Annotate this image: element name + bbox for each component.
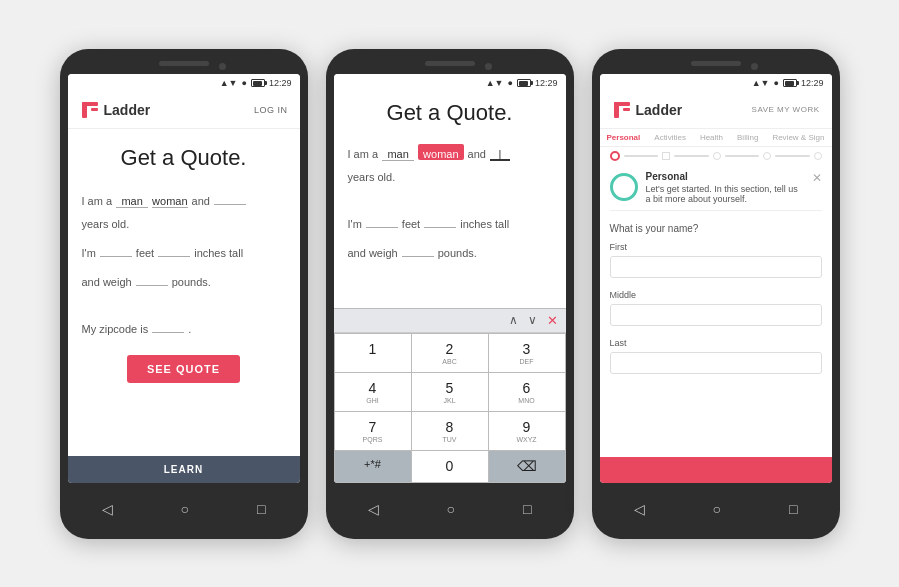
age-field-2[interactable]: | — [490, 145, 510, 161]
progress-dot-active — [610, 151, 620, 161]
feet-field[interactable] — [100, 241, 132, 257]
inches-field[interactable] — [158, 241, 190, 257]
weight-field-2[interactable] — [402, 241, 434, 257]
battery-icon-2 — [517, 79, 531, 87]
personal-section: Personal Let's get started. In this sect… — [610, 171, 822, 211]
phone2-screen: ▲▼ ● 12:29 Get a Quote. I am a man woman… — [334, 74, 566, 483]
tab-review[interactable]: Review & Sign — [772, 133, 824, 142]
tabs-bar: Personal Activities Health Billing Revie… — [600, 129, 832, 147]
home-button-2[interactable]: ○ — [447, 501, 455, 517]
woman-option[interactable]: woman — [152, 192, 187, 208]
key-8[interactable]: 8TUV — [412, 412, 488, 450]
key-7[interactable]: 7PQRS — [335, 412, 411, 450]
save-work-link[interactable]: SAVE MY WORK — [752, 105, 820, 114]
form-line-3: and weigh pounds. — [82, 270, 286, 293]
back-button[interactable]: ◁ — [102, 501, 113, 517]
chevron-up-icon[interactable]: ∧ — [509, 313, 518, 327]
last-name-input[interactable] — [610, 352, 822, 374]
chevron-down-icon[interactable]: ∨ — [528, 313, 537, 327]
wifi-icon: ● — [242, 78, 247, 88]
form-line-p2-2: I'm feet inches tall — [348, 212, 552, 235]
middle-name-input[interactable] — [610, 304, 822, 326]
see-quote-button[interactable]: SEE QUOTE — [127, 355, 240, 383]
personal-text: Personal Let's get started. In this sect… — [646, 171, 804, 204]
signal-icon-2: ▲▼ — [486, 78, 504, 88]
middle-name-group: Middle — [600, 284, 832, 332]
recents-button-2[interactable]: □ — [523, 501, 531, 517]
zipcode-field[interactable] — [152, 317, 184, 333]
key-4[interactable]: 4GHI — [335, 373, 411, 411]
feet-field-2[interactable] — [366, 212, 398, 228]
inches-field-2[interactable] — [424, 212, 456, 228]
last-name-group: Last — [600, 332, 832, 380]
key-9[interactable]: 9WXYZ — [489, 412, 565, 450]
home-button-3[interactable]: ○ — [713, 501, 721, 517]
woman-option-2[interactable]: woman — [418, 144, 463, 160]
keyboard-toolbar: ∧ ∨ ✕ — [334, 309, 566, 333]
man-option-2[interactable]: man — [382, 145, 414, 161]
status-bar: ▲▼ ● 12:29 — [68, 74, 300, 92]
svg-rect-1 — [82, 102, 98, 106]
first-name-group: First — [600, 236, 832, 284]
form-section-title: What is your name? — [600, 217, 832, 236]
weight-field[interactable] — [136, 270, 168, 286]
form-line-p2-3: and weigh pounds. — [348, 241, 552, 264]
section-close-icon[interactable]: ✕ — [812, 171, 822, 185]
progress-dot-inactive-4 — [814, 152, 822, 160]
progress-line-4 — [775, 155, 810, 157]
progress-line-2 — [674, 155, 709, 157]
keyboard-close-icon[interactable]: ✕ — [547, 313, 558, 328]
phone1-screen: ▲▼ ● 12:29 Ladder LOG IN Get — [68, 74, 300, 483]
battery-icon — [251, 79, 265, 87]
svg-rect-5 — [623, 108, 630, 111]
tab-health[interactable]: Health — [700, 133, 723, 142]
key-5[interactable]: 5JKL — [412, 373, 488, 411]
phone3-nav: ◁ ○ □ — [600, 491, 832, 527]
phone3: ▲▼ ● 12:29 Ladder SAVE MY WORK — [592, 49, 840, 539]
ladder-logo-icon — [80, 100, 100, 120]
logo-3: Ladder — [612, 100, 683, 120]
man-option[interactable]: man — [116, 192, 148, 208]
key-3[interactable]: 3DEF — [489, 334, 565, 372]
first-name-input[interactable] — [610, 256, 822, 278]
logo: Ladder — [80, 100, 151, 120]
signal-icon-3: ▲▼ — [752, 78, 770, 88]
login-link[interactable]: LOG IN — [254, 105, 288, 115]
app-header-3: Ladder SAVE MY WORK — [600, 92, 832, 129]
wifi-icon-2: ● — [508, 78, 513, 88]
key-0[interactable]: 0 — [412, 451, 488, 482]
wifi-icon-3: ● — [774, 78, 779, 88]
phone-speaker — [159, 61, 209, 66]
phone-camera-2 — [485, 63, 492, 70]
learn-bar[interactable]: LEARN — [68, 456, 300, 483]
phone-camera — [219, 63, 226, 70]
phone1: ▲▼ ● 12:29 Ladder LOG IN Get — [60, 49, 308, 539]
recents-button[interactable]: □ — [257, 501, 265, 517]
middle-name-label: Middle — [610, 290, 822, 300]
key-symbols[interactable]: +*# — [335, 451, 411, 482]
keyboard-section: ∧ ∨ ✕ 1 2ABC 3DEF 4GHI 5JKL 6MNO 7PQRS 8… — [334, 308, 566, 483]
time-display: 12:29 — [269, 78, 292, 88]
progress-bar — [600, 147, 832, 165]
recents-button-3[interactable]: □ — [789, 501, 797, 517]
signal-icon: ▲▼ — [220, 78, 238, 88]
next-button-bar[interactable] — [600, 457, 832, 483]
key-2[interactable]: 2ABC — [412, 334, 488, 372]
form-line-1: I am a man woman and years old. — [82, 189, 286, 236]
tab-activities[interactable]: Activities — [654, 133, 686, 142]
phone2-content: Get a Quote. I am a man woman and | year… — [334, 92, 566, 274]
quote-title-2: Get a Quote. — [348, 100, 552, 126]
back-button-2[interactable]: ◁ — [368, 501, 379, 517]
status-bar-2: ▲▼ ● 12:29 — [334, 74, 566, 92]
key-6[interactable]: 6MNO — [489, 373, 565, 411]
form-line-4: My zipcode is . — [82, 317, 286, 340]
home-button[interactable]: ○ — [181, 501, 189, 517]
back-button-3[interactable]: ◁ — [634, 501, 645, 517]
tab-billing[interactable]: Billing — [737, 133, 758, 142]
tab-personal[interactable]: Personal — [607, 133, 641, 142]
screen1-content: Get a Quote. I am a man woman and years … — [68, 129, 300, 456]
key-1[interactable]: 1 — [335, 334, 411, 372]
age-field[interactable] — [214, 189, 246, 205]
svg-rect-4 — [614, 102, 630, 106]
key-backspace[interactable]: ⌫ — [489, 451, 565, 482]
